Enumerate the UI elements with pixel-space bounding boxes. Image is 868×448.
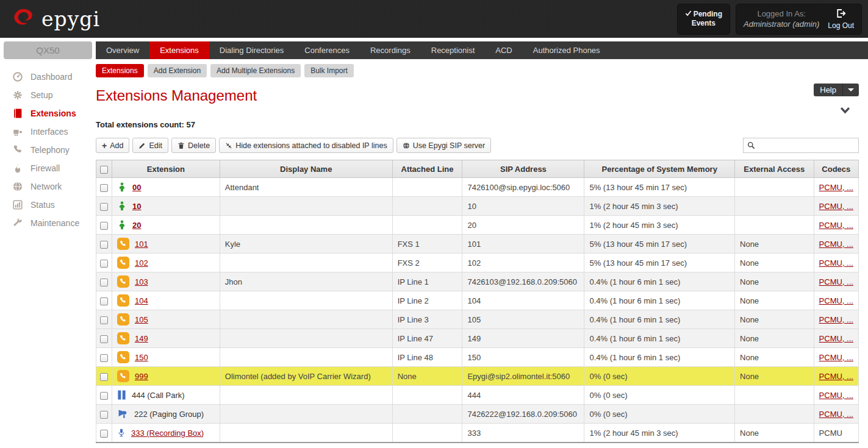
logout-button[interactable]: Log Out [828,8,854,30]
tab-conferences[interactable]: Conferences [294,41,360,59]
external-access-cell [735,197,814,216]
column-header-percentage-of-system-memory: Percentage of System Memory [584,160,735,178]
extension-link[interactable]: 00 [132,183,141,192]
extension-link[interactable]: 150 [135,353,148,362]
edit-button[interactable]: Edit [132,138,168,153]
codecs-link[interactable]: PCMU, ... [819,277,853,286]
logo-text: epygi [41,7,100,31]
display-name-cell: Jhon [220,272,392,291]
sidebar-item-dashboard[interactable]: Dashboard [4,68,96,86]
pending-events-button[interactable]: Pending Events [677,4,730,35]
sidebar-item-telephony[interactable]: Telephony [4,141,96,159]
extension-link[interactable]: 10 [132,202,141,211]
codecs-link[interactable]: PCMU, ... [819,183,853,192]
subtab-bulk-import[interactable]: Bulk Import [304,64,354,77]
use-epygi-sip-server-button[interactable]: Use Epygi SIP server [396,138,492,153]
codecs-link[interactable]: PCMU, ... [819,240,853,249]
attendant-icon [117,181,127,194]
extension-label: 222 (Paging Group) [134,410,204,419]
codecs-link[interactable]: PCMU, ... [819,258,853,268]
table-row: 333 (Recording Box)3331% (2 hour 45 min … [96,424,859,443]
codecs-value: PCMU [819,428,842,438]
codecs-link[interactable]: PCMU, ... [819,410,853,419]
tab-authorized-phones[interactable]: Authorized Phones [523,41,611,59]
row-checkbox[interactable] [100,260,108,268]
memory-cell: 5% (13 hour 45 min 17 sec) [584,235,735,254]
subtab-add-multiple-extensions[interactable]: Add Multiple Extensions [210,64,301,77]
extension-link[interactable]: 102 [135,258,148,268]
row-checkbox-cell [96,291,112,310]
extension-link[interactable]: 103 [135,277,148,286]
row-checkbox[interactable] [100,184,108,192]
row-checkbox[interactable] [100,222,108,230]
phone-icon [117,238,129,250]
add-button[interactable]: + Add [96,138,129,153]
globe-icon [403,142,410,149]
codecs-link[interactable]: PCMU, ... [819,353,853,362]
extension-link[interactable]: 104 [135,296,148,305]
search-input[interactable] [758,141,855,150]
table-row: 222 (Paging Group)7426222@192.168.0.209:… [96,405,859,424]
sidebar-item-extensions[interactable]: Extensions [4,104,96,123]
codecs-link[interactable]: PCMU, ... [819,334,853,343]
row-checkbox[interactable] [100,203,108,211]
attached-line-cell [392,216,462,235]
extension-link[interactable]: 105 [135,315,148,324]
memory-cell: 0.4% (1 hour 6 min 1 sec) [584,272,735,291]
sidebar-item-interfaces[interactable]: Interfaces [4,123,96,141]
extension-link[interactable]: 20 [132,221,141,230]
codecs-link[interactable]: PCMU, ... [819,315,853,324]
row-checkbox[interactable] [100,297,108,305]
row-checkbox[interactable] [100,411,108,419]
sidebar-item-maintenance[interactable]: Maintenance [4,214,96,232]
tab-extensions[interactable]: Extensions [149,41,209,59]
extension-link[interactable]: 999 [135,372,148,381]
extension-link[interactable]: 333 (Recording Box) [131,428,204,438]
subtab-extensions[interactable]: Extensions [96,64,144,77]
sip-address-cell: 101 [462,235,584,254]
select-all-checkbox[interactable] [100,166,108,174]
codecs-link[interactable]: PCMU, ... [819,391,853,400]
memory-cell: 0% (0 sec) [584,405,735,424]
chevron-down-icon[interactable] [840,105,850,116]
sidebar-item-status[interactable]: Status [4,196,96,214]
attached-line-cell: IP Line 48 [392,348,462,367]
row-checkbox[interactable] [100,241,108,249]
row-checkbox[interactable] [100,335,108,343]
tab-dialing-directories[interactable]: Dialing Directories [209,41,294,59]
row-checkbox[interactable] [100,354,108,362]
sidebar-item-setup[interactable]: Setup [4,86,96,104]
device-selector[interactable]: QX50 [4,41,92,59]
extension-link[interactable]: 149 [135,334,148,343]
row-checkbox[interactable] [100,373,108,381]
row-checkbox[interactable] [100,279,108,286]
tab-overview[interactable]: Overview [96,41,149,59]
globe-icon [12,181,23,192]
tab-receptionist[interactable]: Receptionist [421,41,486,59]
row-checkbox[interactable] [100,392,108,400]
sidebar-item-firewall[interactable]: Firewall [4,159,96,177]
help-caret[interactable] [842,84,859,96]
subtab-add-extension[interactable]: Add Extension [148,64,207,77]
tab-recordings[interactable]: Recordings [360,41,421,59]
codecs-link[interactable]: PCMU, ... [819,296,853,305]
sip-address-cell: 7426103@192.168.0.209:5060 [462,272,584,291]
codecs-link[interactable]: PCMU, ... [819,372,853,381]
external-access-cell [735,216,814,235]
codecs-cell: PCMU, ... [814,329,858,348]
sidebar-item-network[interactable]: Network [4,177,96,196]
logged-in-info: Logged In As: Administrator (admin) [744,9,819,29]
extension-link[interactable]: 101 [135,240,148,249]
tab-acd[interactable]: ACD [485,41,522,59]
sip-address-cell: 149 [462,329,584,348]
row-checkbox[interactable] [100,430,108,438]
codecs-link[interactable]: PCMU, ... [819,221,853,230]
row-checkbox[interactable] [100,316,108,324]
help-button[interactable]: Help [814,84,859,96]
codecs-link[interactable]: PCMU, ... [819,202,853,211]
delete-button[interactable]: Delete [171,138,216,153]
column-header-display-name: Display Name [220,160,392,178]
extension-cell: 444 (Call Park) [112,386,220,405]
hide-disabled-extensions-button[interactable]: Hide extensions attached to disabled IP … [219,138,393,153]
display-name-cell [220,216,392,235]
